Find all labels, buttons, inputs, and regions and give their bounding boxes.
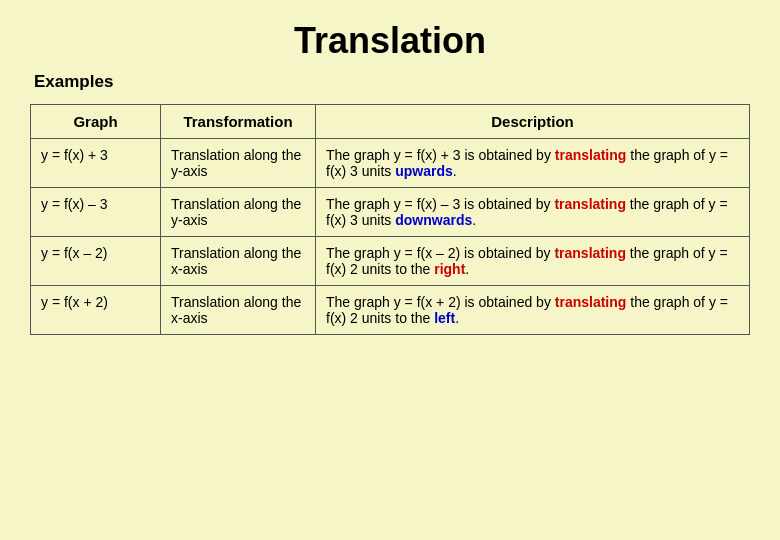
- translation-table: Graph Transformation Description y = f(x…: [30, 104, 750, 335]
- table-row: y = f(x + 2)Translation along the x-axis…: [31, 286, 750, 335]
- highlight-red: translating: [554, 245, 626, 261]
- highlight-red: right: [434, 261, 465, 277]
- examples-label: Examples: [34, 72, 750, 92]
- highlight-blue: downwards: [395, 212, 472, 228]
- table-row: y = f(x) + 3Translation along the y-axis…: [31, 139, 750, 188]
- highlight-blue: upwards: [395, 163, 453, 179]
- highlight-red: translating: [554, 196, 626, 212]
- highlight-red: translating: [555, 147, 627, 163]
- highlight-blue: left: [434, 310, 455, 326]
- header-description: Description: [316, 105, 750, 139]
- highlight-red: translating: [555, 294, 627, 310]
- header-graph: Graph: [31, 105, 161, 139]
- cell-graph: y = f(x) – 3: [31, 188, 161, 237]
- cell-transformation: Translation along the y-axis: [161, 139, 316, 188]
- table-row: y = f(x – 2)Translation along the x-axis…: [31, 237, 750, 286]
- cell-transformation: Translation along the x-axis: [161, 286, 316, 335]
- cell-graph: y = f(x + 2): [31, 286, 161, 335]
- table-header-row: Graph Transformation Description: [31, 105, 750, 139]
- table-row: y = f(x) – 3Translation along the y-axis…: [31, 188, 750, 237]
- cell-transformation: Translation along the x-axis: [161, 237, 316, 286]
- cell-description: The graph y = f(x + 2) is obtained by tr…: [316, 286, 750, 335]
- cell-graph: y = f(x – 2): [31, 237, 161, 286]
- cell-graph: y = f(x) + 3: [31, 139, 161, 188]
- cell-description: The graph y = f(x – 2) is obtained by tr…: [316, 237, 750, 286]
- cell-description: The graph y = f(x) – 3 is obtained by tr…: [316, 188, 750, 237]
- page-title: Translation: [30, 20, 750, 62]
- cell-description: The graph y = f(x) + 3 is obtained by tr…: [316, 139, 750, 188]
- header-transformation: Transformation: [161, 105, 316, 139]
- cell-transformation: Translation along the y-axis: [161, 188, 316, 237]
